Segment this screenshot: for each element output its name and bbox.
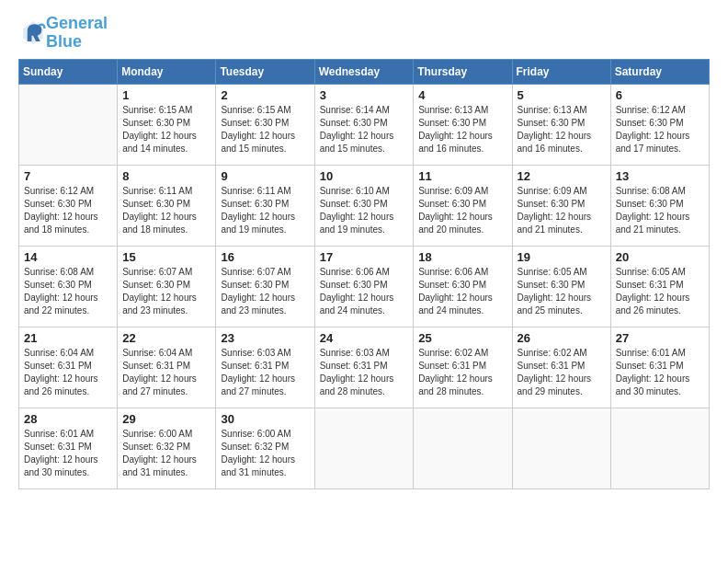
week-row-1: 1Sunrise: 6:15 AM Sunset: 6:30 PM Daylig… (19, 84, 710, 165)
day-number: 10 (320, 169, 409, 183)
day-number: 17 (320, 250, 409, 264)
calendar-cell: 9Sunrise: 6:11 AM Sunset: 6:30 PM Daylig… (216, 165, 314, 246)
calendar-cell: 28Sunrise: 6:01 AM Sunset: 6:31 PM Dayli… (19, 408, 118, 488)
calendar-cell: 16Sunrise: 6:07 AM Sunset: 6:30 PM Dayli… (216, 246, 314, 327)
day-number: 14 (24, 250, 112, 264)
day-number: 27 (616, 331, 704, 345)
day-info: Sunrise: 6:09 AM Sunset: 6:30 PM Dayligh… (418, 185, 506, 236)
day-number: 11 (418, 169, 506, 183)
calendar-cell (512, 408, 610, 488)
week-row-5: 28Sunrise: 6:01 AM Sunset: 6:31 PM Dayli… (19, 408, 710, 488)
day-info: Sunrise: 6:12 AM Sunset: 6:30 PM Dayligh… (616, 104, 704, 155)
col-header-thursday: Thursday (414, 59, 512, 84)
day-info: Sunrise: 6:07 AM Sunset: 6:30 PM Dayligh… (122, 266, 210, 317)
day-number: 1 (122, 88, 210, 102)
calendar-header: SundayMondayTuesdayWednesdayThursdayFrid… (19, 59, 710, 84)
day-number: 2 (221, 88, 309, 102)
day-info: Sunrise: 6:04 AM Sunset: 6:31 PM Dayligh… (24, 347, 112, 398)
day-info: Sunrise: 6:14 AM Sunset: 6:30 PM Dayligh… (320, 104, 409, 155)
calendar-table: SundayMondayTuesdayWednesdayThursdayFrid… (18, 59, 710, 489)
day-number: 15 (122, 250, 210, 264)
calendar-cell: 6Sunrise: 6:12 AM Sunset: 6:30 PM Daylig… (610, 84, 709, 165)
col-header-friday: Friday (512, 59, 610, 84)
calendar-cell: 18Sunrise: 6:06 AM Sunset: 6:30 PM Dayli… (414, 246, 512, 327)
logo: General Blue (18, 15, 108, 52)
calendar-cell: 26Sunrise: 6:02 AM Sunset: 6:31 PM Dayli… (512, 327, 610, 408)
day-info: Sunrise: 6:04 AM Sunset: 6:31 PM Dayligh… (122, 347, 210, 398)
day-info: Sunrise: 6:10 AM Sunset: 6:30 PM Dayligh… (320, 185, 409, 236)
col-header-wednesday: Wednesday (314, 59, 414, 84)
col-header-monday: Monday (118, 59, 216, 84)
day-info: Sunrise: 6:03 AM Sunset: 6:31 PM Dayligh… (320, 347, 409, 398)
day-info: Sunrise: 6:15 AM Sunset: 6:30 PM Dayligh… (122, 104, 210, 155)
day-info: Sunrise: 6:15 AM Sunset: 6:30 PM Dayligh… (221, 104, 309, 155)
day-info: Sunrise: 6:03 AM Sunset: 6:31 PM Dayligh… (221, 347, 309, 398)
calendar-cell: 12Sunrise: 6:09 AM Sunset: 6:30 PM Dayli… (512, 165, 610, 246)
day-number: 29 (122, 412, 210, 426)
day-number: 4 (418, 88, 506, 102)
calendar-cell: 22Sunrise: 6:04 AM Sunset: 6:31 PM Dayli… (118, 327, 216, 408)
calendar-cell: 30Sunrise: 6:00 AM Sunset: 6:32 PM Dayli… (216, 408, 314, 488)
calendar-cell: 2Sunrise: 6:15 AM Sunset: 6:30 PM Daylig… (216, 84, 314, 165)
day-info: Sunrise: 6:02 AM Sunset: 6:31 PM Dayligh… (518, 347, 606, 398)
day-number: 26 (518, 331, 606, 345)
week-row-4: 21Sunrise: 6:04 AM Sunset: 6:31 PM Dayli… (19, 327, 710, 408)
calendar-cell (314, 408, 414, 488)
day-info: Sunrise: 6:05 AM Sunset: 6:30 PM Dayligh… (518, 266, 606, 317)
day-number: 23 (221, 331, 309, 345)
calendar-cell: 1Sunrise: 6:15 AM Sunset: 6:30 PM Daylig… (118, 84, 216, 165)
logo-icon (20, 18, 46, 44)
day-info: Sunrise: 6:01 AM Sunset: 6:31 PM Dayligh… (616, 347, 704, 398)
day-number: 21 (24, 331, 112, 345)
col-header-sunday: Sunday (19, 59, 118, 84)
day-info: Sunrise: 6:13 AM Sunset: 6:30 PM Dayligh… (418, 104, 506, 155)
day-number: 9 (221, 169, 309, 183)
calendar-cell: 23Sunrise: 6:03 AM Sunset: 6:31 PM Dayli… (216, 327, 314, 408)
calendar-cell: 10Sunrise: 6:10 AM Sunset: 6:30 PM Dayli… (314, 165, 414, 246)
calendar-cell: 3Sunrise: 6:14 AM Sunset: 6:30 PM Daylig… (314, 84, 414, 165)
day-info: Sunrise: 6:06 AM Sunset: 6:30 PM Dayligh… (320, 266, 409, 317)
day-info: Sunrise: 6:02 AM Sunset: 6:31 PM Dayligh… (418, 347, 506, 398)
day-info: Sunrise: 6:13 AM Sunset: 6:30 PM Dayligh… (518, 104, 606, 155)
day-info: Sunrise: 6:09 AM Sunset: 6:30 PM Dayligh… (518, 185, 606, 236)
calendar-cell: 21Sunrise: 6:04 AM Sunset: 6:31 PM Dayli… (19, 327, 118, 408)
calendar-cell: 27Sunrise: 6:01 AM Sunset: 6:31 PM Dayli… (610, 327, 709, 408)
day-number: 16 (221, 250, 309, 264)
day-number: 13 (616, 169, 704, 183)
day-info: Sunrise: 6:11 AM Sunset: 6:30 PM Dayligh… (122, 185, 210, 236)
day-number: 28 (24, 412, 112, 426)
calendar-cell: 5Sunrise: 6:13 AM Sunset: 6:30 PM Daylig… (512, 84, 610, 165)
day-number: 20 (616, 250, 704, 264)
day-info: Sunrise: 6:00 AM Sunset: 6:32 PM Dayligh… (221, 428, 309, 479)
day-number: 12 (518, 169, 606, 183)
col-header-saturday: Saturday (610, 59, 709, 84)
logo-text: General Blue (46, 15, 108, 52)
day-number: 19 (518, 250, 606, 264)
day-number: 25 (418, 331, 506, 345)
calendar-cell: 19Sunrise: 6:05 AM Sunset: 6:30 PM Dayli… (512, 246, 610, 327)
calendar-cell: 4Sunrise: 6:13 AM Sunset: 6:30 PM Daylig… (414, 84, 512, 165)
day-number: 24 (320, 331, 409, 345)
week-row-3: 14Sunrise: 6:08 AM Sunset: 6:30 PM Dayli… (19, 246, 710, 327)
day-info: Sunrise: 6:12 AM Sunset: 6:30 PM Dayligh… (24, 185, 112, 236)
day-info: Sunrise: 6:00 AM Sunset: 6:32 PM Dayligh… (122, 428, 210, 479)
calendar-cell: 29Sunrise: 6:00 AM Sunset: 6:32 PM Dayli… (118, 408, 216, 488)
calendar-cell (19, 84, 118, 165)
day-number: 3 (320, 88, 409, 102)
day-number: 7 (24, 169, 112, 183)
day-info: Sunrise: 6:08 AM Sunset: 6:30 PM Dayligh… (24, 266, 112, 317)
calendar-cell: 14Sunrise: 6:08 AM Sunset: 6:30 PM Dayli… (19, 246, 118, 327)
day-number: 18 (418, 250, 506, 264)
calendar-cell: 17Sunrise: 6:06 AM Sunset: 6:30 PM Dayli… (314, 246, 414, 327)
calendar-cell: 8Sunrise: 6:11 AM Sunset: 6:30 PM Daylig… (118, 165, 216, 246)
page-header: General Blue (18, 15, 710, 52)
calendar-cell: 11Sunrise: 6:09 AM Sunset: 6:30 PM Dayli… (414, 165, 512, 246)
calendar-cell: 15Sunrise: 6:07 AM Sunset: 6:30 PM Dayli… (118, 246, 216, 327)
day-number: 6 (616, 88, 704, 102)
day-number: 8 (122, 169, 210, 183)
calendar-cell (414, 408, 512, 488)
day-info: Sunrise: 6:07 AM Sunset: 6:30 PM Dayligh… (221, 266, 309, 317)
day-number: 5 (518, 88, 606, 102)
calendar-cell (610, 408, 709, 488)
day-number: 22 (122, 331, 210, 345)
